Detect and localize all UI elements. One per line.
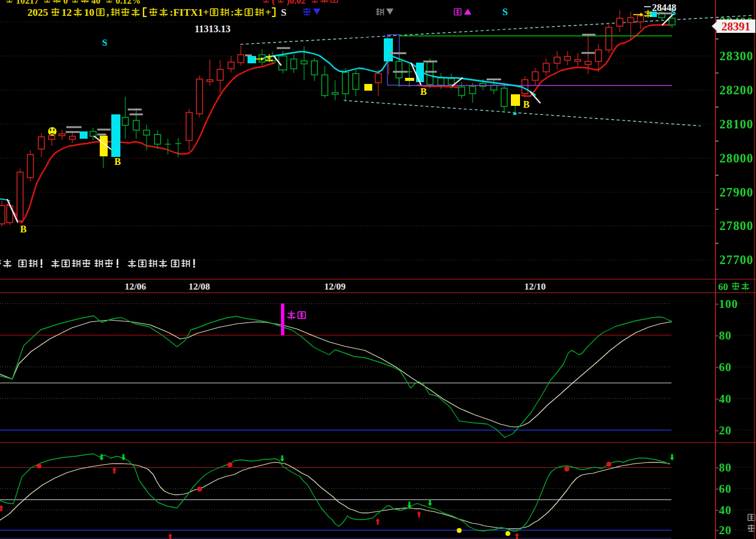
svg-text:60: 60 — [719, 361, 732, 374]
svg-text:60: 60 — [718, 282, 728, 292]
svg-text:40: 40 — [719, 392, 732, 405]
svg-text:40: 40 — [719, 504, 732, 516]
svg-text:28000: 28000 — [720, 151, 754, 165]
svg-text:27700: 27700 — [720, 253, 754, 266]
svg-text:B: B — [523, 99, 530, 110]
svg-text:B: B — [114, 156, 121, 167]
svg-text:S: S — [102, 38, 107, 47]
svg-text:11313.13: 11313.13 — [195, 24, 231, 34]
svg-text:80: 80 — [719, 329, 732, 342]
svg-text:10217: 10217 — [16, 0, 39, 5]
svg-text:12/08: 12/08 — [189, 281, 210, 291]
svg-text:12/06: 12/06 — [125, 281, 147, 291]
svg-text:80: 80 — [719, 461, 732, 474]
svg-text:2025: 2025 — [27, 7, 48, 18]
svg-text:28391: 28391 — [721, 20, 751, 33]
svg-text:(: ( — [272, 0, 275, 6]
svg-text:27800: 27800 — [720, 219, 754, 232]
svg-text:B: B — [20, 224, 27, 234]
svg-text:10: 10 — [84, 7, 94, 18]
svg-text:)0.02: )0.02 — [286, 0, 305, 6]
svg-text::: : — [231, 7, 234, 18]
svg-text:S: S — [502, 7, 508, 17]
svg-text:12/09: 12/09 — [324, 281, 346, 291]
svg-text::FITX1+: :FITX1+ — [170, 7, 209, 18]
svg-text:60: 60 — [719, 482, 732, 495]
svg-text:20: 20 — [719, 524, 732, 537]
svg-text:,: , — [106, 7, 109, 18]
svg-text:0: 0 — [63, 0, 68, 5]
svg-text:B: B — [420, 86, 427, 97]
svg-text:28200: 28200 — [720, 83, 754, 97]
svg-text:20: 20 — [719, 424, 732, 437]
svg-text:40: 40 — [91, 0, 100, 5]
svg-text:27900: 27900 — [720, 186, 754, 199]
svg-text:0.12%: 0.12% — [116, 0, 140, 5]
svg-text:12/10: 12/10 — [524, 281, 546, 291]
svg-text:100: 100 — [719, 297, 738, 310]
svg-text:28100: 28100 — [720, 117, 754, 131]
svg-text:+: + — [265, 7, 271, 18]
svg-text:28448: 28448 — [652, 2, 676, 13]
svg-text:S: S — [281, 7, 286, 18]
svg-text:12: 12 — [61, 7, 72, 18]
svg-text:28300: 28300 — [720, 49, 754, 63]
